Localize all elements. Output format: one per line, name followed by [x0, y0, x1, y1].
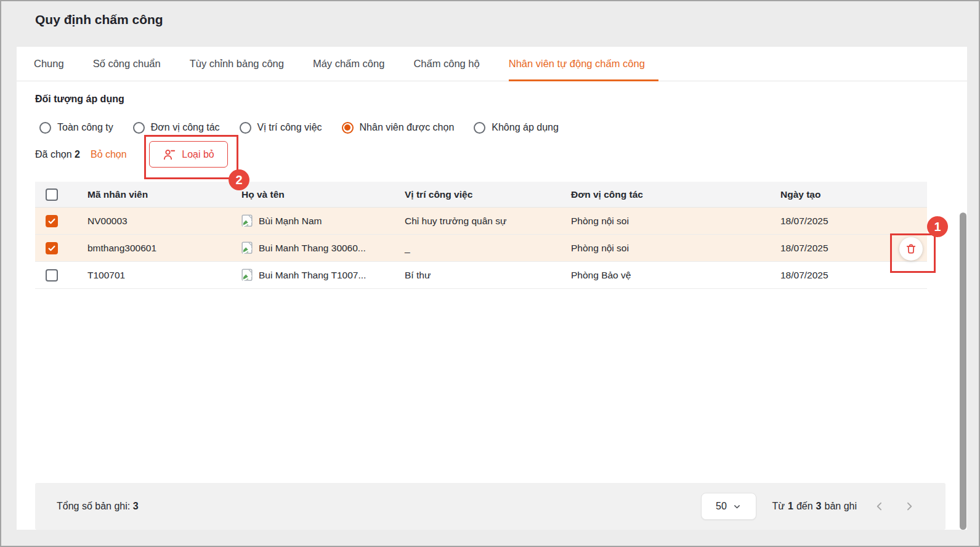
total-records-text: Tổng số bản ghi: 3 — [57, 501, 139, 512]
header-created-date: Ngày tạo — [780, 189, 927, 200]
attendance-rules-window: Quy định chấm công Chung Số công chuẩn T… — [0, 0, 980, 547]
employee-code: bmthang300601 — [87, 243, 241, 254]
deselect-link[interactable]: Bỏ chọn — [91, 149, 127, 160]
table-footer: Tổng số bản ghi: 3 50 Từ 1 đến 3 bản ghi — [35, 483, 946, 530]
selected-count: 2 — [75, 149, 80, 160]
created-date-cell: 18/07/2025 — [780, 216, 927, 227]
radio-label: Đơn vị công tác — [151, 122, 220, 133]
row-checkbox-cell — [35, 215, 87, 227]
employee-table: Mã nhân viên Họ và tên Vị trí công việc … — [35, 182, 927, 289]
row-checkbox[interactable] — [46, 242, 58, 254]
selection-bar: Đã chọn 2 Bỏ chọn — [35, 144, 127, 166]
total-records-value: 3 — [133, 501, 139, 511]
full-name-cell: Bùi Mạnh Nam — [241, 214, 405, 227]
selected-count-text: Đã chọn 2 — [35, 149, 80, 160]
header-employee-code: Mã nhân viên — [87, 189, 241, 200]
radio-khong-ap-dung[interactable]: Không áp dụng — [474, 122, 559, 134]
pagination-controls: 50 Từ 1 đến 3 bản ghi — [701, 493, 917, 520]
employee-code: T100701 — [87, 270, 241, 281]
full-name: Bui Manh Thang T1007... — [259, 270, 366, 281]
previous-page-button[interactable] — [873, 500, 886, 513]
tab-may-cham-cong[interactable]: Máy chấm công — [313, 47, 384, 81]
broken-image-avatar-icon — [241, 214, 253, 227]
table-row: T100701 Bui Manh Thang T1007... Bí thư P… — [35, 262, 927, 289]
table-row: NV00003 Bùi Mạnh Nam Chỉ huy trưởng quân… — [35, 208, 927, 235]
table-header-row: Mã nhân viên Họ và tên Vị trí công việc … — [35, 182, 927, 208]
selected-label: Đã chọn — [35, 149, 72, 160]
range-mid: đến — [796, 501, 813, 512]
radio-label: Không áp dụng — [492, 122, 559, 133]
apply-target-label: Đối tượng áp dụng — [35, 94, 124, 105]
radio-icon — [342, 122, 354, 134]
position-cell: _ — [405, 243, 571, 254]
annotation-badge-1: 1 — [927, 216, 948, 237]
full-name: Bùi Mạnh Nam — [259, 216, 322, 227]
page-size-select[interactable]: 50 — [701, 493, 756, 520]
select-all-checkbox[interactable] — [46, 188, 58, 201]
total-records-label: Tổng số bản ghi: — [57, 501, 130, 511]
header-department: Đơn vị công tác — [571, 189, 780, 200]
annotation-box-step-2 — [144, 135, 238, 179]
tab-tuy-chinh-bang-cong[interactable]: Tùy chỉnh bảng công — [190, 47, 284, 81]
radio-icon — [133, 122, 145, 134]
radio-label: Toàn công ty — [57, 122, 113, 133]
tab-bar: Chung Số công chuẩn Tùy chỉnh bảng công … — [17, 47, 967, 81]
department-cell: Phòng Bảo vệ — [571, 270, 780, 281]
table-row: bmthang300601 Bui Manh Thang 30060... _ … — [35, 235, 927, 262]
header-checkbox-cell — [35, 188, 87, 201]
range-suffix: bản ghi — [825, 501, 857, 512]
chevron-down-icon — [733, 503, 741, 511]
radio-toan-cong-ty[interactable]: Toàn công ty — [39, 122, 113, 134]
record-range-text: Từ 1 đến 3 bản ghi — [772, 501, 857, 512]
annotation-box-step-1 — [890, 233, 936, 273]
radio-don-vi-cong-tac[interactable]: Đơn vị công tác — [133, 122, 220, 134]
full-name-cell: Bui Manh Thang T1007... — [241, 269, 405, 282]
header-full-name: Họ và tên — [241, 189, 405, 200]
apply-target-options: Toàn công ty Đơn vị công tác Vị trí công… — [39, 116, 559, 139]
vertical-scrollbar-thumb[interactable] — [960, 213, 966, 530]
row-checkbox-cell — [35, 269, 87, 282]
row-checkbox[interactable] — [46, 269, 58, 282]
range-to: 3 — [816, 501, 822, 512]
position-cell: Chỉ huy trưởng quân sự — [405, 216, 571, 227]
department-cell: Phòng nội soi — [571, 243, 780, 254]
radio-label: Nhân viên được chọn — [360, 122, 455, 133]
row-checkbox[interactable] — [46, 215, 58, 227]
next-page-button[interactable] — [902, 500, 916, 513]
full-name: Bui Manh Thang 30060... — [259, 243, 366, 254]
position-cell: Bí thư — [405, 270, 571, 281]
radio-icon — [474, 122, 485, 134]
radio-vi-tri-cong-viec[interactable]: Vị trí công việc — [240, 122, 322, 134]
tab-nhan-vien-tu-dong-cham-cong[interactable]: Nhân viên tự động chấm công — [509, 47, 645, 81]
tab-so-cong-chuan[interactable]: Số công chuẩn — [93, 47, 161, 81]
header-position: Vị trí công việc — [405, 189, 571, 200]
range-prefix: Từ — [772, 501, 785, 512]
annotation-badge-2: 2 — [229, 169, 249, 190]
radio-icon — [240, 122, 251, 134]
full-name-cell: Bui Manh Thang 30060... — [241, 241, 405, 254]
broken-image-avatar-icon — [241, 241, 253, 254]
row-checkbox-cell — [35, 242, 87, 254]
page-size-value: 50 — [716, 501, 727, 512]
page-title: Quy định chấm công — [35, 12, 163, 27]
range-from: 1 — [788, 501, 793, 512]
department-cell: Phòng nội soi — [571, 216, 780, 227]
radio-label: Vị trí công việc — [257, 122, 322, 133]
broken-image-avatar-icon — [241, 269, 253, 282]
employee-code: NV00003 — [87, 216, 241, 227]
radio-nhan-vien-duoc-chon[interactable]: Nhân viên được chọn — [342, 122, 455, 134]
content-card: Chung Số công chuẩn Tùy chỉnh bảng công … — [17, 47, 967, 530]
tab-chung[interactable]: Chung — [34, 47, 64, 81]
tab-cham-cong-ho[interactable]: Chấm công hộ — [413, 47, 479, 81]
radio-icon — [39, 122, 51, 134]
